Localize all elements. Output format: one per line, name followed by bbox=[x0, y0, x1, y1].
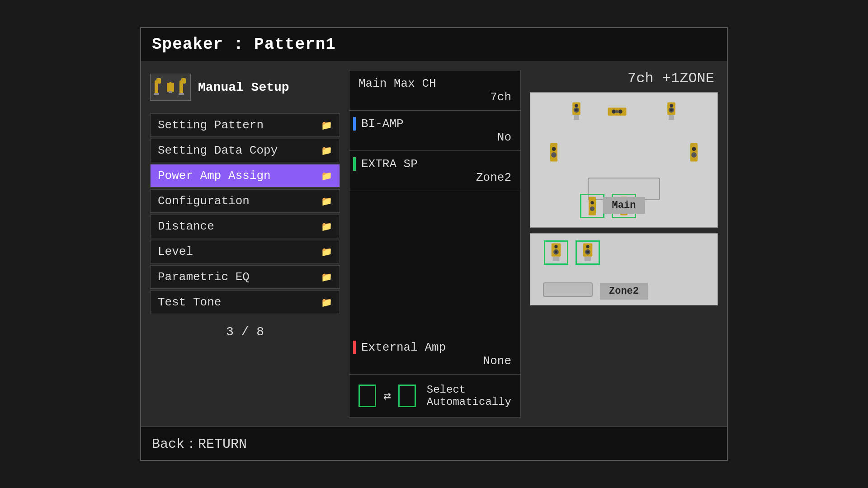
svg-point-18 bbox=[615, 110, 619, 113]
speaker-center bbox=[607, 102, 627, 122]
zone-label-top: 7ch +1ZONE bbox=[530, 70, 718, 87]
menu-item-label: Level bbox=[158, 245, 193, 258]
sidebar-item-setting-data-copy[interactable]: Setting Data Copy 📁 bbox=[150, 139, 340, 162]
svg-point-22 bbox=[670, 108, 673, 111]
svg-point-13 bbox=[575, 108, 578, 111]
svg-rect-8 bbox=[169, 91, 172, 93]
selector-box-left[interactable] bbox=[359, 385, 376, 407]
svg-rect-40 bbox=[553, 257, 560, 261]
folder-icon: 📁 bbox=[321, 221, 332, 232]
folder-icon: 📁 bbox=[321, 272, 332, 283]
speaker-zone2-left bbox=[580, 194, 604, 218]
folder-icon: 📁 bbox=[321, 297, 332, 308]
diagram-zone2: Zone2 bbox=[530, 233, 718, 305]
svg-point-25 bbox=[552, 147, 556, 151]
sidebar-item-distance[interactable]: Distance 📁 bbox=[150, 215, 340, 238]
sidebar-item-parametric-eq[interactable]: Parametric EQ 📁 bbox=[150, 265, 340, 289]
menu-item-label: Power Amp Assign bbox=[158, 169, 271, 183]
svg-point-42 bbox=[586, 245, 589, 248]
row-label-main-max-ch: Main Max CH bbox=[359, 77, 511, 90]
sidebar-item-setting-pattern[interactable]: Setting Pattern 📁 bbox=[150, 113, 340, 137]
zone2-speaker-left bbox=[544, 240, 568, 265]
indicator-bi-amp bbox=[353, 117, 356, 131]
svg-point-3 bbox=[169, 82, 172, 86]
row-label-extra-sp: EXTRA SP bbox=[361, 157, 511, 171]
speaker-surround-right bbox=[684, 142, 704, 162]
selector-box-right[interactable] bbox=[398, 385, 416, 407]
svg-point-37 bbox=[554, 245, 557, 248]
right-panel: 7ch +1ZONE bbox=[530, 70, 718, 418]
main-zone-label: Main bbox=[603, 197, 645, 214]
menu-item-label: Test Tone bbox=[158, 296, 221, 309]
svg-point-28 bbox=[692, 147, 696, 151]
svg-point-39 bbox=[555, 251, 557, 253]
indicator-external-amp bbox=[353, 341, 356, 354]
title-bar: Speaker : Pattern1 bbox=[141, 28, 727, 61]
menu-item-label: Configuration bbox=[158, 194, 250, 208]
svg-rect-14 bbox=[574, 115, 579, 120]
zone2-speaker-right bbox=[576, 240, 600, 265]
speaker-icon bbox=[150, 74, 191, 101]
screen: Speaker : Pattern1 bbox=[140, 27, 728, 461]
svg-point-26 bbox=[551, 152, 557, 158]
row-value-external-amp: None bbox=[361, 354, 511, 368]
center-panel: Main Max CH 7ch BI-AMP No EXTRA SP Zone2… bbox=[349, 70, 521, 418]
svg-point-20 bbox=[670, 104, 673, 107]
speaker-front-left bbox=[566, 102, 586, 122]
menu-item-label: Setting Data Copy bbox=[158, 144, 278, 157]
sidebar-item-power-amp-assign[interactable]: Power Amp Assign 📁 bbox=[150, 164, 340, 188]
svg-rect-9 bbox=[179, 93, 184, 95]
svg-rect-45 bbox=[585, 257, 591, 261]
bottom-selector: ⇄ Select Automatically bbox=[349, 375, 520, 417]
center-row-bi-amp: BI-AMP No bbox=[349, 111, 520, 151]
zone2-receiver bbox=[543, 282, 593, 297]
swap-icon: ⇄ bbox=[383, 388, 391, 404]
row-value-main-max-ch: 7ch bbox=[359, 90, 511, 104]
row-label-external-amp: External Amp bbox=[361, 341, 511, 354]
svg-point-32 bbox=[590, 206, 594, 211]
sidebar-item-test-tone[interactable]: Test Tone 📁 bbox=[150, 291, 340, 314]
sidebar-item-level[interactable]: Level 📁 bbox=[150, 240, 340, 263]
svg-rect-7 bbox=[154, 93, 159, 95]
svg-point-44 bbox=[586, 251, 589, 253]
page-indicator: 3 / 8 bbox=[150, 325, 340, 339]
center-row-external-amp: External Amp None bbox=[349, 334, 520, 375]
manual-setup-header: Manual Setup bbox=[150, 70, 340, 104]
center-row-extra-sp: EXTRA SP Zone2 bbox=[349, 151, 520, 191]
sidebar-item-configuration[interactable]: Configuration 📁 bbox=[150, 189, 340, 213]
svg-point-31 bbox=[590, 201, 594, 204]
menu-item-label: Setting Pattern bbox=[158, 118, 264, 132]
folder-icon: 📁 bbox=[321, 120, 332, 131]
center-row-main-max-ch: Main Max CH 7ch bbox=[349, 70, 520, 111]
bottom-bar: Back：RETURN bbox=[141, 427, 727, 460]
spacer bbox=[349, 191, 520, 334]
folder-icon: 📁 bbox=[321, 170, 332, 182]
row-label-bi-amp: BI-AMP bbox=[361, 117, 511, 131]
indicator-extra-sp bbox=[353, 157, 356, 171]
selector-label: Select Automatically bbox=[427, 384, 511, 408]
folder-icon: 📁 bbox=[321, 196, 332, 207]
diagram-main: Main bbox=[530, 92, 718, 228]
main-content: Manual Setup Setting Pattern 📁 Setting D… bbox=[141, 61, 727, 427]
svg-point-11 bbox=[575, 104, 578, 107]
speaker-surround-left bbox=[544, 142, 564, 162]
menu-list: Setting Pattern 📁 Setting Data Copy 📁 Po… bbox=[150, 113, 340, 314]
svg-rect-1 bbox=[156, 78, 161, 84]
speaker-front-right bbox=[661, 102, 681, 122]
svg-rect-6 bbox=[181, 78, 186, 84]
svg-rect-30 bbox=[589, 197, 596, 215]
menu-item-label: Distance bbox=[158, 220, 214, 233]
zone2-zone-label: Zone2 bbox=[600, 283, 648, 300]
left-panel: Manual Setup Setting Pattern 📁 Setting D… bbox=[150, 70, 340, 418]
folder-icon: 📁 bbox=[321, 246, 332, 258]
row-value-extra-sp: Zone2 bbox=[361, 171, 511, 184]
manual-setup-label: Manual Setup bbox=[198, 80, 289, 94]
svg-rect-23 bbox=[669, 115, 674, 120]
svg-point-4 bbox=[168, 86, 173, 91]
row-value-bi-amp: No bbox=[361, 131, 511, 144]
svg-point-29 bbox=[691, 152, 697, 158]
back-label: Back：RETURN bbox=[152, 436, 247, 452]
folder-icon: 📁 bbox=[321, 145, 332, 156]
page-title: Speaker : Pattern1 bbox=[152, 35, 336, 54]
menu-item-label: Parametric EQ bbox=[158, 270, 250, 284]
